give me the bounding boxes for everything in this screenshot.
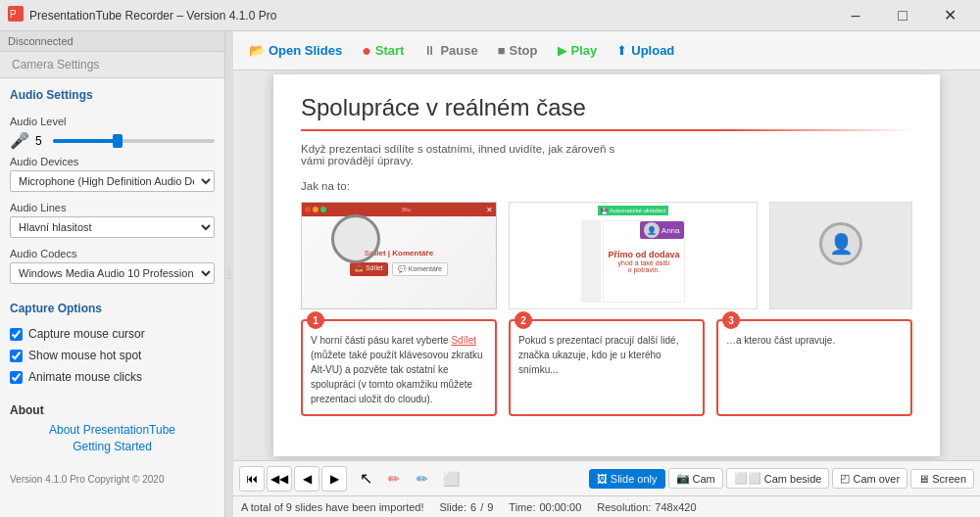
pp-title-bar-text: Blu	[328, 207, 484, 212]
open-slides-button[interactable]: 📂 Open Slides	[241, 39, 350, 62]
view-cam-label: Cam	[693, 473, 715, 485]
svg-text:P: P	[10, 9, 17, 20]
view-cam-beside-button[interactable]: ⬜⬜ Cam beside	[726, 468, 830, 489]
play-icon: ▶	[558, 43, 567, 58]
disconnected-status: Disconnected	[0, 31, 224, 52]
zoom-circle	[331, 214, 380, 263]
screen-icon: 🖥	[918, 473, 929, 485]
audio-codecs-select[interactable]: Windows Media Audio 10 Professiona...	[10, 262, 215, 284]
view-screen-button[interactable]: 🖥 Screen	[910, 469, 974, 489]
share-btn-fake: 📤 Sdílet	[350, 262, 388, 276]
slide-image-1: Blu ✕ Sdílet | Komentáře 📤 Sdílet 💬 Kome…	[301, 202, 497, 309]
stop-button[interactable]: ■ Stop	[490, 39, 546, 62]
audio-lines-select[interactable]: Hlavní hlasitost	[10, 216, 215, 238]
play-button[interactable]: ▶ Play	[550, 39, 606, 62]
view-slide-only-button[interactable]: 🖼 Slide only	[589, 469, 665, 489]
app-icon: P	[8, 6, 24, 24]
red-pen-button[interactable]: ✏	[381, 466, 407, 492]
upload-label: Upload	[631, 43, 674, 58]
slide-divider	[301, 129, 912, 131]
annotation-box-2: 2 Pokud s prezentací pracují další lidé,…	[509, 319, 705, 416]
annotation-num-3: 3	[722, 311, 740, 329]
view-cam-over-label: Cam over	[853, 473, 900, 485]
annotation-box-1: 1 V horní části pásu karet vyberte Sdíle…	[301, 319, 497, 416]
comment-btn-fake: 💬 Komentáře	[392, 262, 448, 276]
start-button[interactable]: ● Start	[354, 38, 412, 64]
show-mouse-hot-spot-checkbox[interactable]	[10, 350, 23, 362]
fs2-top-bar: 💾 Automatické ukládání	[598, 206, 668, 215]
about-link[interactable]: About PresentationTube	[10, 423, 215, 437]
annotation-link-1: Sdílet	[451, 335, 476, 346]
resolution-label: Resolution:	[597, 501, 651, 513]
microphone-icon: 🎤	[10, 131, 29, 150]
drawing-tools: ↖ ✏ ✏ ⬜	[353, 466, 464, 492]
capture-options-header: Capture Options	[0, 292, 224, 319]
capture-mouse-cursor-row[interactable]: Capture mouse cursor	[10, 323, 215, 345]
volume-slider[interactable]	[53, 139, 215, 143]
upload-button[interactable]: ⬆ Upload	[609, 39, 682, 62]
pause-button[interactable]: ⏸ Pause	[416, 39, 485, 62]
pp-buttons: 📤 Sdílet 💬 Komentáře	[350, 260, 448, 276]
view-screen-label: Screen	[932, 473, 966, 485]
play-label: Play	[571, 43, 598, 58]
resolution-info: Resolution: 748x420	[597, 501, 696, 513]
arrow-tool-button[interactable]: ↖	[353, 466, 378, 492]
animate-mouse-clicks-row[interactable]: Animate mouse clicks	[10, 366, 215, 388]
panel-splitter[interactable]: ⋮	[225, 31, 233, 517]
view-cam-over-button[interactable]: ◰ Cam over	[832, 468, 907, 489]
fs2-slide-title: Přímo od dodava	[608, 250, 679, 259]
anna-name: Anna	[662, 226, 680, 235]
audio-codecs-label: Audio Codecs	[10, 248, 215, 259]
minimize-button[interactable]: –	[833, 0, 878, 31]
time-value: 00:00:00	[539, 501, 581, 513]
pp-dot-red	[305, 207, 311, 212]
annotation-text-2: Pokud s prezentací pracují další lidé, z…	[518, 333, 695, 377]
title-bar: P PresentationTube Recorder – Version 4.…	[0, 0, 980, 31]
audio-settings-content: Audio Level 🎤 5 Audio Devices Microphone…	[0, 106, 224, 292]
start-label: Start	[375, 43, 405, 58]
slide-icon: 🖼	[597, 473, 608, 485]
slide-total: 9	[487, 501, 493, 513]
audio-devices-select[interactable]: Microphone (High Definition Audio De...	[10, 170, 215, 192]
getting-started-link[interactable]: Getting Started	[10, 440, 215, 453]
record-icon: ●	[362, 42, 371, 60]
maximize-button[interactable]: □	[880, 0, 925, 31]
left-panel: Disconnected Camera Settings Audio Setti…	[0, 31, 225, 517]
main-layout: Disconnected Camera Settings Audio Setti…	[0, 31, 980, 517]
annotation-box-3: 3 …a kterou část upravuje.	[716, 319, 912, 416]
volume-value: 5	[35, 134, 47, 148]
camera-settings-button[interactable]: Camera Settings	[0, 52, 224, 78]
first-slide-button[interactable]: ⏮	[239, 466, 265, 492]
slide-images-row: Blu ✕ Sdílet | Komentáře 📤 Sdílet 💬 Kome…	[301, 202, 912, 309]
fs2-content: Přímo od dodava yhod a také další o potr…	[578, 217, 687, 306]
time-info: Time: 00:00:00	[509, 501, 581, 513]
fs2-icon: 💾	[601, 208, 608, 214]
slide-label: Slide:	[440, 501, 467, 513]
fs2-label: Automatické ukládání	[610, 208, 665, 213]
show-mouse-hot-spot-label: Show mouse hot spot	[28, 349, 141, 362]
animate-mouse-clicks-label: Animate mouse clicks	[28, 370, 142, 384]
prev-slide-button[interactable]: ◀◀	[267, 466, 292, 492]
capture-mouse-cursor-checkbox[interactable]	[10, 328, 23, 341]
right-panel: 📂 Open Slides ● Start ⏸ Pause ■ Stop ▶ P…	[233, 31, 980, 517]
bottom-toolbar: ⏮ ◀◀ ◀ ▶ ↖ ✏ ✏ ⬜ 🖼 Slide only 📷 Cam	[233, 460, 980, 495]
slide-info: Slide: 6 / 9	[440, 501, 494, 513]
animate-mouse-clicks-checkbox[interactable]	[10, 371, 23, 384]
cam-beside-icon: ⬜⬜	[734, 472, 761, 485]
volume-fill	[53, 139, 118, 143]
volume-thumb[interactable]	[113, 134, 122, 148]
annotation-text-1: V horní části pásu karet vyberte Sdílet …	[311, 333, 487, 406]
audio-level-label: Audio Level	[10, 116, 215, 127]
eraser-button[interactable]: ⬜	[438, 466, 464, 492]
window-controls: – □ ✕	[833, 0, 972, 31]
close-button[interactable]: ✕	[927, 0, 972, 31]
annotation-text-3: …a kterou část upravuje.	[726, 333, 903, 348]
blue-pen-button[interactable]: ✏	[410, 466, 435, 492]
next-one-button[interactable]: ▶	[321, 466, 347, 492]
show-mouse-hot-spot-row[interactable]: Show mouse hot spot	[10, 345, 215, 366]
prev-one-button[interactable]: ◀	[294, 466, 319, 492]
slide-image-2: 💾 Automatické ukládání Přímo od dodava y…	[509, 202, 758, 309]
view-cam-button[interactable]: 📷 Cam	[668, 468, 723, 489]
audio-lines-label: Audio Lines	[10, 202, 215, 213]
slide-image-3: 👤	[769, 202, 912, 309]
